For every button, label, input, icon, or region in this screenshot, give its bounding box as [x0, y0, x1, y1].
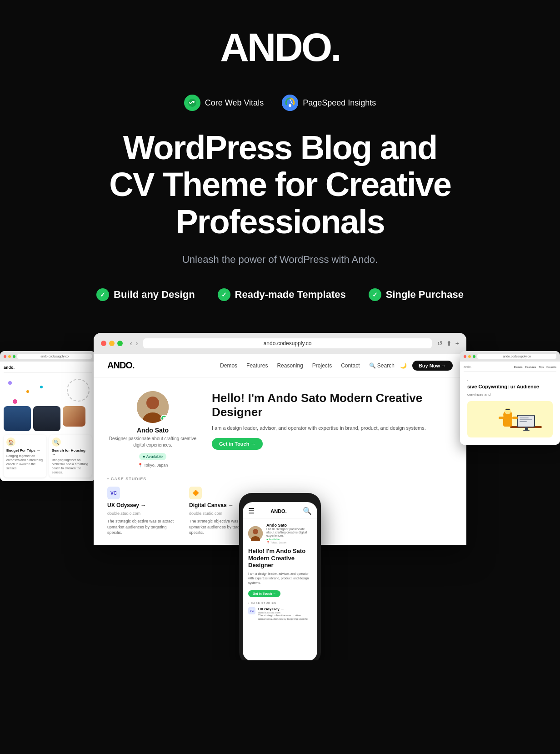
buy-now-button[interactable]: Buy Now →: [412, 361, 453, 371]
case-card-icon-1: 🔶: [189, 487, 202, 499]
feature-purchase: ✓ Single Purchase: [369, 288, 464, 301]
psi-label: PageSpeed Insights: [303, 98, 376, 108]
site-nav: ANDO. Demos Features Reasoning Projects …: [94, 354, 466, 377]
site-hero-body: I am a design leader, advisor, and opera…: [212, 424, 453, 432]
logo-area: ANDO.: [36, 27, 524, 67]
left-panel-bar: ando.codesupply.co: [0, 351, 95, 362]
phone-case-label: • CASE STUDIES: [248, 602, 312, 604]
right-side-panel: ando.codesupply.co ando. Demos Features …: [460, 351, 560, 445]
svg-point-2: [282, 95, 298, 111]
copy-tag: •: [467, 379, 553, 382]
feature-build-design: ✓ Build any Design: [96, 288, 195, 301]
case-studies-label: • CASE STUDIES: [94, 477, 466, 481]
housing-icon: 🔍: [52, 437, 61, 447]
nav-demos: Demos: [220, 362, 237, 369]
share-icon: ⬆: [446, 340, 452, 347]
svg-rect-17: [523, 430, 530, 431]
housing-title: Search for Housing →: [52, 448, 89, 457]
svg-rect-14: [520, 419, 532, 420]
phone-menu-icon: ☰: [248, 507, 255, 515]
phone-case-info: UX Odyssey → double.studio.com The strat…: [258, 607, 312, 621]
badge-psi: PageSpeed Insights: [282, 95, 376, 111]
feature-label-2: Single Purchase: [386, 289, 464, 301]
case-domain-0: double.studio.com: [107, 511, 180, 516]
phone-logo: ANDO.: [270, 508, 286, 514]
feature-label-1: Ready-made Templates: [235, 289, 346, 301]
site-cta-button[interactable]: Get in Touch →: [212, 438, 263, 450]
nav-reasoning: Reasoning: [277, 362, 303, 369]
phone-hero-heading: Hello! I'm Ando Sato Modern Creative Des…: [248, 548, 312, 569]
phone-avatar: [248, 526, 263, 541]
badge-cwv: Core Web Vitals: [184, 95, 264, 111]
illustration-area: [467, 401, 553, 437]
hero-title: WordPress Blog and CV Theme for Creative…: [36, 129, 524, 240]
svg-point-1: [193, 101, 195, 103]
svg-rect-20: [503, 416, 512, 427]
hero-text-column: Hello! I'm Ando Sato Modern Creative Des…: [212, 391, 453, 450]
svg-rect-15: [520, 421, 527, 422]
browser-nav: ‹ ›: [130, 340, 138, 347]
copy-title: sive Copywriting: ur Audience: [467, 384, 553, 390]
left-panel-logo: ando.: [4, 365, 15, 370]
left-side-panel: ando.codesupply.co ando.: [0, 351, 95, 481]
site-hero: Ando Sato Designer passionate about craf…: [94, 377, 466, 477]
profile-column: Ando Sato Designer passionate about craf…: [107, 391, 198, 467]
location-badge: 📍 Tokyo, Japan: [138, 463, 168, 467]
profile-desc: Designer passionate about crafting creat…: [107, 436, 198, 448]
phone-case-title: UX Odyssey →: [258, 607, 312, 611]
phone-profile-role: UI/UX Designer passionate about crafting…: [266, 528, 312, 537]
left-panel-url: ando.codesupply.co: [17, 354, 92, 359]
features-row: ✓ Build any Design ✓ Ready-made Template…: [36, 288, 524, 301]
dot-yellow: [109, 341, 115, 346]
left-bottom-card-1: 🔍 Search for Housing → Bringing together…: [49, 435, 92, 477]
budget-icon: 🏠: [6, 437, 15, 447]
dot-green: [117, 341, 123, 346]
brand-logo: ANDO.: [36, 27, 524, 67]
cwv-icon: [184, 95, 200, 111]
phone-cta-button[interactable]: Get in Touch →: [248, 590, 280, 597]
nav-forward: ›: [136, 340, 138, 347]
right-panel-bar: ando.codesupply.co: [460, 351, 560, 362]
case-title-0: UX Odyssey →: [107, 502, 180, 508]
refresh-icon: ↺: [437, 340, 443, 347]
feature-templates: ✓ Ready-made Templates: [218, 288, 346, 301]
case-card-0: VC UX Odyssey → double.studio.com The st…: [107, 487, 180, 536]
phone-profile-row: Ando Sato UI/UX Designer passionate abou…: [248, 523, 312, 544]
phone-nav: ☰ ANDO. 🔍: [243, 502, 317, 518]
case-desc-0: The strategic objective was to attract u…: [107, 518, 180, 536]
profile-name: Ando Sato: [137, 427, 169, 434]
phone-search-icon: 🔍: [303, 507, 312, 515]
copy-description: convinces and: [467, 392, 553, 397]
hero-subtitle: Unleash the power of WordPress with Ando…: [36, 254, 524, 266]
site-hero-heading: Hello! I'm Ando Sato Modern Creative Des…: [212, 391, 453, 419]
svg-point-24: [253, 529, 258, 534]
left-panel-nav: ando.: [4, 365, 92, 373]
psi-icon: [282, 95, 298, 111]
site-nav-links: Demos Features Reasoning Projects Contac…: [220, 362, 360, 369]
badges-row: Core Web Vitals PageSpeed Insights: [36, 95, 524, 111]
search-link: 🔍 Search: [369, 362, 395, 369]
svg-rect-21: [499, 417, 504, 419]
phone-hero-body: I am a design leader, advisor, and opera…: [248, 572, 312, 585]
left-panel-content: ando.: [0, 362, 95, 481]
browser-url: ando.codesupply.co: [143, 338, 431, 348]
cwv-label: Core Web Vitals: [205, 98, 264, 108]
right-panel-url: ando.codesupply.co: [477, 354, 556, 359]
phone-profile-info: Ando Sato UI/UX Designer passionate abou…: [266, 523, 312, 544]
case-card-icon-0: VC: [107, 487, 120, 499]
phone-device: ☰ ANDO. 🔍: [239, 493, 321, 660]
phone-location: 📍 Tokyo, Japan: [266, 541, 312, 544]
check-icon-1: ✓: [218, 288, 230, 301]
right-panel-content: ando. Demos Features Tips Projects • siv…: [460, 362, 560, 445]
svg-point-3: [289, 104, 291, 107]
phone-case-icon: VC: [248, 607, 255, 614]
site-logo: ANDO.: [107, 360, 134, 371]
feature-label-0: Build any Design: [114, 289, 195, 301]
phone-case-item: VC UX Odyssey → double.studio.com The st…: [248, 607, 312, 621]
housing-desc: Bringing together an orchestra and a bre…: [52, 458, 89, 474]
dot-red: [101, 341, 106, 346]
phone-screen: ☰ ANDO. 🔍: [243, 502, 317, 660]
budget-title: Budget For Trips →: [6, 448, 44, 452]
check-icon-2: ✓: [369, 288, 381, 301]
browser-bar: ‹ › ando.codesupply.co ↺ ⬆ +: [94, 333, 466, 354]
